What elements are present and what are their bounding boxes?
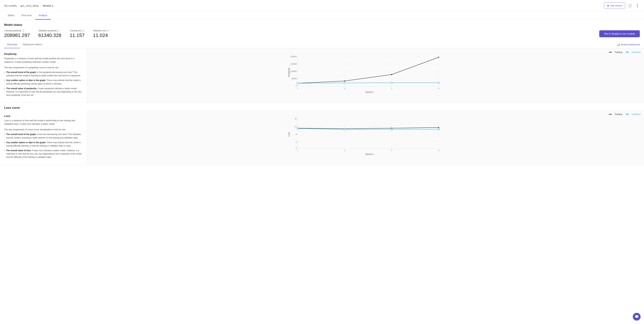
- metric-training-perplexity: Training perplexity i 208981.297: [4, 30, 30, 38]
- loss-description: Loss Loss is a measure of how well the m…: [0, 110, 87, 164]
- breadcrumb-part1[interactable]: My models: [4, 4, 17, 7]
- plus-circle-icon: ⊕: [607, 4, 609, 7]
- history-button[interactable]: 🕐: [627, 3, 632, 8]
- training-legend-line: [609, 51, 614, 53]
- svg-text:4: 4: [438, 87, 439, 89]
- info-icon-training-perplexity[interactable]: i: [22, 30, 24, 32]
- perplexity-section-inner: Perplexity Perplexity is a measure of ho…: [0, 48, 644, 102]
- leaderboard-label: Model leaderboard: [621, 43, 640, 46]
- breadcrumb-sep2: ›: [40, 4, 41, 7]
- loss-validation-legend-line: [626, 113, 630, 115]
- svg-text:220000: 220000: [290, 56, 297, 58]
- svg-point-30: [344, 82, 346, 84]
- metric-label-validation-loss: Validation loss i: [93, 30, 110, 32]
- svg-text:2: 2: [344, 149, 345, 151]
- svg-text:12: 12: [294, 125, 297, 128]
- svg-text:1: 1: [297, 87, 298, 89]
- svg-marker-28: [438, 57, 440, 58]
- svg-text:16: 16: [294, 118, 297, 120]
- svg-point-32: [438, 82, 440, 84]
- breadcrumb-sep1: ›: [18, 4, 19, 7]
- svg-text:0: 0: [296, 147, 297, 149]
- svg-text:ⓘ: ⓘ: [372, 153, 374, 155]
- svg-text:Loss: Loss: [288, 132, 290, 137]
- svg-text:2: 2: [344, 87, 345, 89]
- svg-text:ⓘ: ⓘ: [372, 91, 374, 93]
- perplexity-bullet-1: The overall trend of the graph: Is the p…: [4, 71, 83, 77]
- main-tabs: Select Fine-tune Analyze: [0, 12, 644, 20]
- perplexity-desc: Perplexity is a measure of how well the …: [4, 57, 83, 64]
- loss-curve-title: Loss curve: [4, 106, 640, 110]
- metric-value-training-perplexity: 208981.297: [4, 33, 30, 38]
- loss-section: Loss Loss is a measure of how well the m…: [0, 110, 644, 165]
- perplexity-bullet-2-bold: Any sudden spikes or dips in the graph:: [6, 79, 46, 82]
- loss-bullet-2-bold: Any sudden spikes or dips in the graph:: [6, 141, 46, 144]
- sub-tab-overview[interactable]: Overview: [4, 41, 20, 48]
- model-status-section: Model status Training perplexity i 20898…: [0, 20, 644, 41]
- loss-section-title: Loss curve: [0, 103, 644, 110]
- loss-section-inner: Loss Loss is a measure of how well the m…: [0, 110, 644, 164]
- loss-chart: 16 12 8 4 0 1 2 3 4 Loss Epochs ⓘ: [90, 117, 640, 157]
- tab-select[interactable]: Select: [4, 12, 18, 20]
- validation-legend-line: [626, 51, 630, 53]
- tab-analyze[interactable]: Analyze: [35, 12, 51, 20]
- metric-validation-loss: Validation loss i 11.024: [93, 30, 110, 38]
- loss-desc: Loss is a measure of how well the model …: [4, 119, 83, 126]
- loss-sub-label: The key components of a loss curve visua…: [4, 128, 83, 131]
- breadcrumb-part2[interactable]: get_cand_delay: [20, 4, 39, 7]
- svg-marker-1: [610, 52, 611, 53]
- info-icon-validation-perplexity[interactable]: i: [58, 30, 60, 32]
- metric-label-validation-perplexity: Validation perplexity i: [38, 30, 61, 32]
- svg-point-64: [391, 129, 392, 130]
- svg-marker-26: [344, 80, 346, 82]
- perplexity-bullet-3: The overall value of perplexity: A lower…: [4, 87, 83, 97]
- metric-training-loss: Training loss i 11.157: [70, 30, 84, 38]
- top-bar: My models › get_cand_delay › Version 1 ⊕…: [0, 0, 644, 12]
- main-content: Perplexity Perplexity is a measure of ho…: [0, 48, 644, 165]
- metric-value-validation-loss: 11.024: [93, 33, 110, 38]
- sub-tabs: Overview Advanced metrics 📊 Model leader…: [0, 41, 644, 48]
- svg-text:1: 1: [297, 149, 298, 151]
- loss-chart-legend: Training Validation: [90, 113, 640, 116]
- svg-text:0: 0: [296, 85, 297, 87]
- svg-text:Epochs: Epochs: [366, 153, 372, 155]
- svg-point-29: [297, 82, 298, 84]
- metric-label-training-loss: Training loss i: [70, 30, 84, 32]
- loss-sub-title: Loss: [4, 114, 83, 117]
- sub-tab-advanced-metrics[interactable]: Advanced metrics: [20, 41, 45, 48]
- perplexity-chart-area: Training Validation: [87, 48, 644, 102]
- svg-point-62: [297, 128, 298, 129]
- test-ready-to-use-button[interactable]: Test in Ready-to-use models: [599, 30, 640, 37]
- perplexity-bullet-3-bold: The overall value of perplexity:: [6, 87, 37, 90]
- breadcrumb: My models › get_cand_delay › Version 1: [4, 4, 54, 7]
- loss-bullet-2: Any sudden spikes or dips in the graph: …: [4, 141, 83, 148]
- loss-legend-validation: Validation: [626, 113, 640, 116]
- info-icon-validation-loss[interactable]: i: [107, 30, 109, 32]
- model-leaderboard-link[interactable]: 📊 Model leaderboard: [617, 43, 640, 46]
- tab-finetune[interactable]: Fine-tune: [18, 12, 35, 20]
- add-version-label: Add version: [610, 4, 622, 7]
- svg-text:Perplexity: Perplexity: [288, 68, 290, 77]
- more-options-button[interactable]: ⋮: [634, 3, 640, 9]
- more-icon: ⋮: [635, 4, 639, 8]
- sub-tabs-left: Overview Advanced metrics: [4, 41, 45, 48]
- svg-marker-34: [610, 114, 611, 115]
- perplexity-legend-training-label: Training: [614, 51, 622, 54]
- svg-text:3: 3: [391, 87, 392, 89]
- svg-text:8: 8: [296, 133, 297, 135]
- add-version-button[interactable]: ⊕ Add version: [604, 3, 625, 9]
- svg-marker-27: [391, 74, 392, 75]
- perplexity-chart-legend: Training Validation: [90, 51, 640, 54]
- svg-text:4: 4: [438, 149, 439, 151]
- perplexity-chart: 220000 165000 110000 55000 0 1 2 3 4 Per…: [90, 55, 640, 95]
- info-icon-training-loss[interactable]: i: [82, 30, 84, 32]
- perplexity-bullet-2: Any sudden spikes or dips in the graph: …: [4, 79, 83, 85]
- svg-text:3: 3: [391, 149, 392, 151]
- metrics-row: Training perplexity i 208981.297 Validat…: [4, 30, 640, 38]
- loss-chart-area: Training Validation: [87, 110, 644, 164]
- svg-text:165000: 165000: [290, 63, 297, 65]
- leaderboard-chart-icon: 📊: [617, 43, 620, 46]
- perplexity-legend-validation-label: Validation: [632, 51, 640, 54]
- loss-legend-validation-label: Validation: [632, 113, 640, 116]
- svg-point-63: [344, 129, 346, 130]
